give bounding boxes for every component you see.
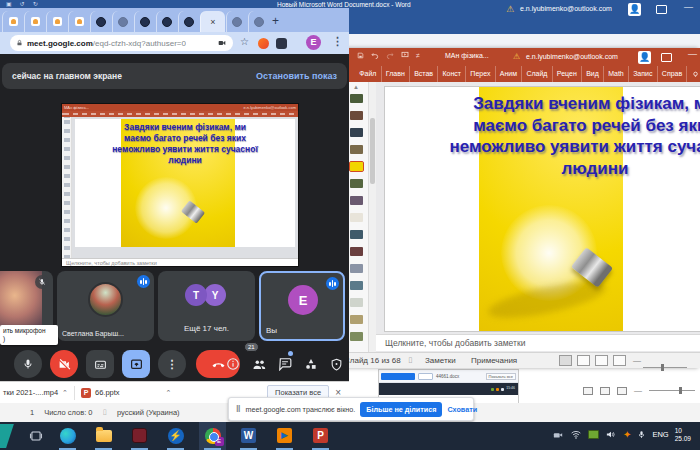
- camera-off-button[interactable]: [50, 350, 78, 378]
- ribbon-display-options-icon[interactable]: [656, 5, 667, 14]
- download-item-mp4[interactable]: тки 2021-....mp4 ⌃: [3, 388, 68, 397]
- word-account-email[interactable]: e.n.lyubimenko@outlook.com: [520, 5, 612, 12]
- ppt-zoom-thumb[interactable]: [661, 364, 664, 371]
- ribbon-display-options-icon[interactable]: [661, 53, 672, 62]
- slide-thumbnail[interactable]: [350, 213, 363, 222]
- ppt-tab-file[interactable]: Файл: [355, 66, 382, 82]
- word-weblayout-icon[interactable]: [617, 387, 627, 395]
- slideshow-icon[interactable]: [401, 51, 409, 59]
- wifi-icon[interactable]: [570, 429, 582, 440]
- ppt-tab-math[interactable]: Math: [604, 66, 629, 82]
- browser-tab[interactable]: [156, 11, 177, 32]
- ppt-tab-record[interactable]: Запис: [629, 66, 658, 82]
- browser-tab[interactable]: [248, 11, 269, 32]
- activities-icon[interactable]: [300, 353, 322, 375]
- ppt-tab-transitions[interactable]: Перех: [466, 66, 495, 82]
- save-icon[interactable]: ▣: [6, 1, 12, 8]
- language-indicator[interactable]: ENG: [652, 430, 668, 439]
- task-view-button[interactable]: [26, 426, 45, 445]
- url-text[interactable]: meet.google.com/eqd-cfzh-xdq?authuser=0: [27, 39, 186, 48]
- slide-thumbnail[interactable]: [350, 230, 363, 239]
- volume-icon[interactable]: [605, 429, 617, 440]
- minimize-button[interactable]: —: [684, 2, 693, 12]
- slide-thumbnail-selected[interactable]: [350, 162, 363, 171]
- download-item-pptx[interactable]: P 66.pptx ⌃: [81, 388, 171, 398]
- ppt-tab-home[interactable]: Главн: [382, 66, 410, 82]
- normal-view-button[interactable]: [559, 355, 572, 366]
- hide-notification-link[interactable]: Сховати: [447, 405, 477, 414]
- proofing-icon[interactable]: ⌷: [103, 408, 108, 418]
- tab-sharing-camera-icon[interactable]: [217, 39, 227, 47]
- undo-icon[interactable]: ↺: [20, 1, 25, 8]
- stop-sharing-button[interactable]: Більше не ділитися: [360, 402, 442, 417]
- save-icon[interactable]: [357, 52, 364, 59]
- slide-thumbnail[interactable]: [350, 298, 363, 307]
- file-explorer-icon[interactable]: [94, 426, 113, 445]
- reading-view-button[interactable]: [595, 355, 608, 366]
- more-options-button[interactable]: ⋮: [158, 350, 186, 378]
- avast-icon[interactable]: ✦: [623, 430, 631, 440]
- powerpoint-quick-access-toolbar[interactable]: ≠: [357, 51, 420, 59]
- slide-thumbnail[interactable]: [350, 94, 363, 103]
- scrollbar-thumb[interactable]: [370, 118, 375, 184]
- ppt-tab-design[interactable]: Конст: [438, 66, 466, 82]
- notes-toggle[interactable]: Заметки: [425, 356, 456, 365]
- nvidia-icon[interactable]: [588, 430, 599, 439]
- ppt-help-tab[interactable]: Помощь: [687, 71, 700, 78]
- chrome-profile-avatar[interactable]: E: [306, 35, 321, 50]
- word-word-count[interactable]: Число слов: 0: [44, 408, 92, 417]
- browser-tab[interactable]: [46, 11, 67, 32]
- chevron-up-icon[interactable]: ⌃: [166, 389, 172, 397]
- browser-tab[interactable]: [226, 11, 247, 32]
- extension-icon-orange[interactable]: [258, 38, 269, 49]
- redo-icon[interactable]: [386, 51, 394, 59]
- browser-tab[interactable]: [24, 11, 45, 32]
- slide-thumbnail[interactable]: [350, 145, 363, 154]
- thumbnail-scroll-up-icon[interactable]: ▲: [353, 84, 359, 90]
- host-controls-shield-icon[interactable]: [325, 353, 347, 375]
- minimize-button[interactable]: —: [688, 49, 697, 59]
- shared-screen-preview[interactable]: МАн фізика... e.n.lyubimenko@outlook.com…: [62, 104, 298, 266]
- present-button-active[interactable]: [122, 350, 150, 378]
- word-quick-access-toolbar[interactable]: ▣ ↺ ↻: [6, 1, 38, 8]
- powerpoint-account-email[interactable]: e.n.lyubimenko@outlook.com: [526, 53, 618, 60]
- word-taskbar-icon[interactable]: W: [239, 426, 258, 445]
- proofing-icon[interactable]: ⌷: [408, 356, 413, 366]
- chrome-icon[interactable]: E: [203, 426, 222, 445]
- ppt-tab-slideshow[interactable]: Слайд: [522, 66, 552, 82]
- slide-thumbnail[interactable]: [350, 264, 363, 273]
- participants-icon[interactable]: [248, 353, 270, 375]
- comments-toggle[interactable]: Примечания: [471, 356, 517, 365]
- mic-button[interactable]: [14, 350, 42, 378]
- zoom-app-icon[interactable]: ⚡: [166, 426, 185, 445]
- browser-tab[interactable]: [178, 11, 199, 32]
- word-language-indicator[interactable]: русский (Украина): [117, 408, 180, 417]
- captions-button[interactable]: [86, 350, 114, 378]
- media-player-icon[interactable]: [130, 426, 149, 445]
- tray-camera-icon[interactable]: [552, 430, 564, 440]
- meeting-details-icon[interactable]: [222, 353, 244, 375]
- ppt-tab-animations[interactable]: Аним: [496, 66, 523, 82]
- ppt-zoom-slider[interactable]: [643, 367, 687, 368]
- stop-presenting-button[interactable]: Остановить показ: [256, 71, 337, 81]
- ppt-tab-view[interactable]: Вид: [582, 66, 604, 82]
- undo-icon[interactable]: [371, 51, 379, 59]
- slide-thumbnail[interactable]: [350, 111, 363, 120]
- extension-icon-dark[interactable]: [276, 38, 287, 49]
- redo-icon[interactable]: ↻: [33, 1, 38, 8]
- slide-thumbnail[interactable]: [350, 128, 363, 137]
- ppt-tab-review[interactable]: Рецен: [553, 66, 582, 82]
- slide-thumbnail[interactable]: [350, 196, 363, 205]
- tab-close-icon[interactable]: ×: [210, 17, 215, 27]
- participant-tile[interactable]: Светлана Барыш...: [57, 271, 154, 341]
- word-zoom-slider[interactable]: [649, 390, 695, 391]
- address-bar[interactable]: meet.google.com/eqd-cfzh-xdq?authuser=0: [10, 35, 233, 51]
- account-avatar-icon[interactable]: 👤: [638, 51, 651, 64]
- zoom-out-button[interactable]: —: [634, 386, 642, 395]
- notes-pane[interactable]: Щелкните, чтобы добавить заметки: [376, 334, 700, 351]
- tray-mic-icon[interactable]: [637, 429, 646, 440]
- chat-icon[interactable]: [274, 353, 296, 375]
- word-readmode-icon[interactable]: [583, 387, 593, 395]
- word-page-indicator[interactable]: 1: [30, 408, 34, 417]
- chevron-up-icon[interactable]: ⌃: [62, 389, 68, 397]
